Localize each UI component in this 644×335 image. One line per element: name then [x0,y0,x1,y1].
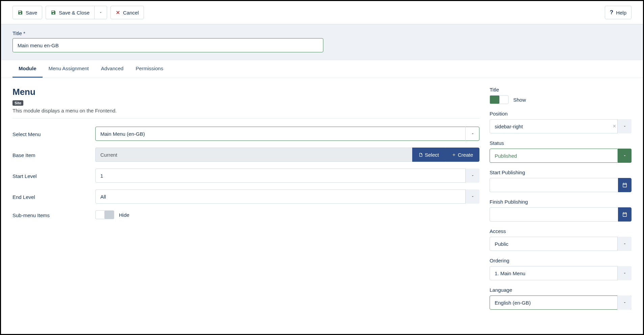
toggle-track[interactable] [490,95,509,104]
save-icon [51,10,56,15]
start-pub-input[interactable] [490,178,618,192]
language-label: Language [490,287,631,293]
toggle-knob [490,96,499,104]
form-body: Menu Site This module displays a menu on… [1,78,643,325]
close-icon [116,10,120,15]
submenu-toggle[interactable]: Hide [95,210,479,219]
side-position-group: Position × [490,111,631,133]
save-icon [18,10,23,15]
access-field[interactable] [490,237,631,251]
ordering-value[interactable] [490,266,631,280]
save-close-button[interactable]: Save & Close [46,6,94,19]
select-btn-label: Select [425,152,439,158]
row-select-menu: Select Menu [13,127,479,141]
end-level-field[interactable] [95,189,479,204]
start-pub-label: Start Publishing [490,170,631,175]
title-toggle[interactable]: Show [490,95,631,104]
row-submenu: Sub-menu Items Hide [13,210,479,219]
toolbar: Save Save & Close Cancel ? He [1,1,643,24]
toggle-track[interactable] [95,210,114,219]
row-base-item: Base Item Current Select Create [13,148,479,162]
status-value[interactable] [490,149,631,163]
side-access-group: Access [490,228,631,251]
file-icon [419,153,423,157]
side-status-group: Status [490,140,631,163]
cancel-button[interactable]: Cancel [110,6,144,19]
row-start-level: Start Level [13,169,479,183]
finish-pub-input[interactable] [490,207,618,222]
section-divider [13,118,479,119]
ordering-label: Ordering [490,258,631,263]
help-label: Help [616,10,626,16]
save-close-group: Save & Close [46,6,107,19]
select-menu-value[interactable] [95,127,479,141]
title-toggle-value: Show [513,97,526,103]
access-label: Access [490,228,631,234]
row-end-level: End Level [13,189,479,204]
access-value[interactable] [490,237,631,251]
toolbar-left: Save Save & Close Cancel [13,6,144,19]
finish-pub-calendar-button[interactable] [618,207,631,222]
start-level-field[interactable] [95,169,479,183]
tab-menu-assignment[interactable]: Menu Assignment [43,60,95,78]
status-label: Status [490,140,631,146]
finish-pub-label: Finish Publishing [490,199,631,205]
base-item-create-button[interactable]: Create [445,148,479,162]
calendar-icon [622,182,627,188]
submenu-label: Sub-menu Items [13,212,95,218]
end-level-value[interactable] [95,189,479,204]
base-item-value: Current [95,148,412,162]
help-button[interactable]: ? Help [605,6,631,19]
side-language-group: Language [490,287,631,310]
select-menu-field[interactable] [95,127,479,141]
calendar-icon [622,212,627,217]
plus-icon [452,153,456,157]
language-field[interactable] [490,295,631,310]
save-button[interactable]: Save [13,6,42,19]
position-value[interactable] [490,119,631,133]
position-label: Position [490,111,631,117]
title-area: Title * [1,24,643,60]
save-close-label: Save & Close [59,10,90,16]
tab-module[interactable]: Module [13,60,43,78]
cancel-label: Cancel [123,10,139,16]
toolbar-right: ? Help [605,6,631,19]
side-title-label: Title [490,87,631,93]
end-level-label: End Level [13,194,95,200]
start-level-value[interactable] [95,169,479,183]
side-finish-publishing-group: Finish Publishing [490,199,631,222]
submenu-value: Hide [119,212,129,218]
form-main: Menu Site This module displays a menu on… [13,87,479,316]
position-field[interactable]: × [490,119,631,133]
section-title: Menu [13,87,479,97]
help-icon: ? [610,9,613,16]
ordering-field[interactable] [490,266,631,280]
base-item-select-button[interactable]: Select [412,148,445,162]
tab-advanced[interactable]: Advanced [95,60,130,78]
start-pub-field [490,178,631,192]
clear-icon[interactable]: × [613,123,616,129]
site-badge: Site [13,100,23,106]
side-start-publishing-group: Start Publishing [490,170,631,192]
base-item-label: Base Item [13,152,95,158]
title-input[interactable] [13,38,323,52]
toggle-knob [104,211,114,219]
tab-permissions[interactable]: Permissions [129,60,169,78]
side-ordering-group: Ordering [490,258,631,280]
select-menu-label: Select Menu [13,131,95,137]
save-label: Save [26,10,37,16]
start-pub-calendar-button[interactable] [618,178,631,192]
side-title-group: Title Show [490,87,631,104]
section-description: This module displays a menu on the Front… [13,108,479,113]
form-side: Title Show Position × Status [490,87,631,316]
status-field[interactable] [490,149,631,163]
language-value[interactable] [490,295,631,310]
create-btn-label: Create [458,152,473,158]
base-item-field: Current Select Create [95,148,479,162]
start-level-label: Start Level [13,173,95,179]
finish-pub-field [490,207,631,222]
save-close-dropdown[interactable] [94,6,107,19]
tabs: Module Menu Assignment Advanced Permissi… [1,60,643,78]
title-label: Title * [13,30,631,36]
chevron-down-icon [99,10,103,15]
